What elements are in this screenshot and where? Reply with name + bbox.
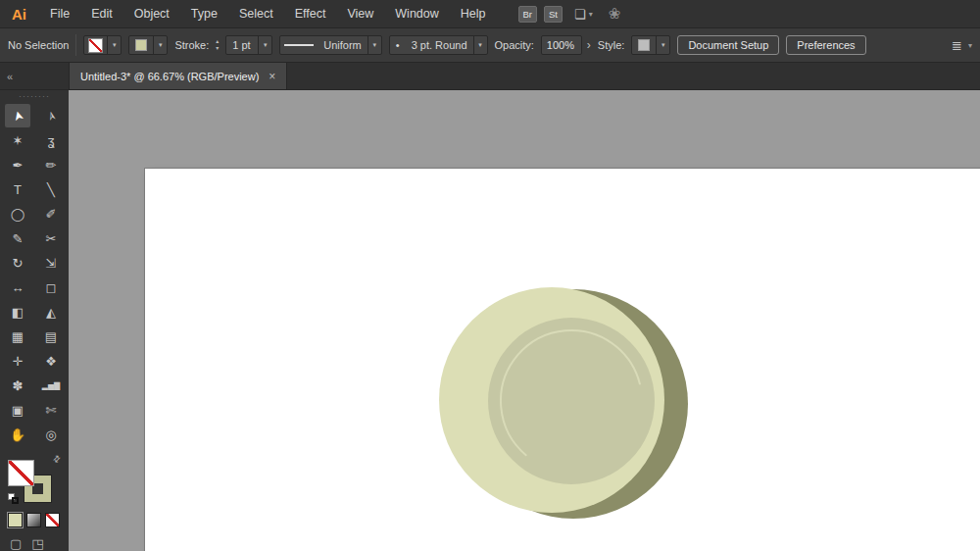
stepper-up-icon[interactable]: ▴ — [216, 38, 219, 45]
brush-definition-dropdown[interactable]: • 3 pt. Round ▾ — [389, 35, 488, 55]
chevron-down-icon[interactable]: ▾ — [656, 36, 669, 54]
chevron-down-icon[interactable]: ▾ — [968, 41, 972, 50]
column-graph-tool[interactable]: ▂▅▇ — [38, 374, 64, 397]
width-tool[interactable]: ↔ — [5, 276, 30, 299]
canvas[interactable] — [69, 90, 980, 551]
align-icon[interactable]: ≣ — [952, 38, 962, 53]
stroke-weight-value[interactable]: 1 pt — [226, 39, 258, 51]
default-fill-stroke-icon[interactable] — [8, 493, 20, 505]
brush-dot-icon: • — [390, 39, 406, 51]
document-tab[interactable]: Untitled-3* @ 66.67% (RGB/Preview) × — [69, 63, 287, 89]
zoom-tool[interactable]: ◎ — [38, 423, 64, 446]
menu-file[interactable]: File — [39, 0, 80, 27]
artboard[interactable] — [145, 169, 980, 551]
chevron-down-icon[interactable]: ▾ — [153, 36, 167, 54]
flower-icon[interactable]: ❀ — [609, 5, 621, 23]
opacity-value[interactable]: 100% — [547, 39, 574, 51]
blend-tool[interactable]: ❖ — [38, 349, 64, 373]
menu-type[interactable]: Type — [180, 0, 228, 27]
menu-object[interactable]: Object — [123, 0, 180, 27]
menu-select[interactable]: Select — [228, 0, 284, 27]
stroke-weight-stepper[interactable]: ▴ ▾ — [216, 38, 219, 52]
workspace-switcher-icon[interactable]: ❏ — [574, 7, 586, 22]
collapse-panel-icon[interactable]: « — [7, 71, 13, 82]
slice-tool-icon: ✄ — [46, 403, 57, 418]
magic-wand-tool[interactable]: ✶ — [5, 128, 30, 152]
perspective-grid-tool[interactable]: ◭ — [38, 300, 64, 324]
draw-behind-mode-icon[interactable]: ◳ — [31, 536, 43, 551]
menu-edit[interactable]: Edit — [80, 0, 123, 27]
tool-panel: ········ ➤➢✶ʓ✒✏T╲◯✐✎✂↻⇲↔◻◧◭▦▤✛❖✽▂▅▇▣✄✋◎ … — [0, 90, 69, 551]
lasso-tool-icon: ʓ — [47, 133, 54, 148]
app-logo: Ai — [0, 6, 39, 23]
color-button[interactable] — [8, 513, 23, 527]
shape-builder-tool[interactable]: ◧ — [5, 300, 30, 324]
swap-fill-stroke-icon[interactable]: ⇄ — [51, 453, 63, 465]
gradient-tool[interactable]: ▤ — [38, 325, 64, 348]
type-tool[interactable]: T — [5, 177, 30, 201]
slice-tool[interactable]: ✄ — [38, 398, 64, 422]
workspace-chevron-icon[interactable]: ▾ — [589, 10, 593, 19]
panel-drag-handle[interactable]: ········ — [19, 92, 50, 101]
menu-window[interactable]: Window — [384, 0, 449, 27]
fill-none-swatch[interactable] — [88, 38, 103, 53]
free-transform-tool[interactable]: ◻ — [38, 276, 64, 299]
bridge-badge-icon[interactable]: Br — [518, 6, 538, 23]
stroke-weight-dropdown[interactable]: 1 pt ▾ — [225, 35, 272, 55]
hand-tool[interactable]: ✋ — [5, 423, 30, 446]
fill-stroke-widget: ⇄ — [8, 454, 63, 505]
paintbrush-tool[interactable]: ✐ — [38, 202, 64, 225]
variable-width-profile-dropdown[interactable]: Uniform ▾ — [279, 35, 382, 55]
align-dropdown[interactable]: ≣ ▾ — [952, 38, 972, 53]
ellipse-tool[interactable]: ◯ — [5, 202, 30, 225]
stepper-down-icon[interactable]: ▾ — [216, 45, 219, 52]
brush-value[interactable]: 3 pt. Round — [406, 39, 473, 51]
gradient-button[interactable] — [26, 513, 41, 527]
document-setup-button[interactable]: Document Setup — [677, 35, 779, 55]
pencil-tool[interactable]: ✎ — [5, 226, 30, 250]
stock-badge-icon[interactable]: St — [544, 6, 563, 23]
chevron-down-icon[interactable]: ▾ — [368, 36, 381, 54]
menu-help[interactable]: Help — [450, 0, 497, 27]
draw-mode-buttons: ▢◳ — [10, 536, 44, 551]
mesh-tool[interactable]: ▦ — [5, 325, 30, 348]
paint-mode-buttons — [8, 513, 60, 527]
menu-view[interactable]: View — [336, 0, 384, 27]
direct-selection-tool[interactable]: ➢ — [38, 104, 64, 127]
chevron-down-icon[interactable]: ▾ — [258, 36, 271, 54]
chevron-down-icon[interactable]: ▾ — [107, 36, 121, 54]
stroke-color-swatch[interactable] — [135, 39, 147, 51]
fill-swatch[interactable] — [8, 460, 34, 486]
artboard-tool[interactable]: ▣ — [5, 398, 30, 422]
rotate-tool-icon: ↻ — [13, 256, 24, 271]
rotate-tool[interactable]: ↻ — [5, 251, 30, 275]
width-profile-value[interactable]: Uniform — [318, 39, 368, 51]
illustrator-window: Ai FileEditObjectTypeSelectEffectViewWin… — [0, 0, 980, 551]
chevron-down-icon[interactable]: ▾ — [473, 36, 487, 54]
none-button[interactable] — [45, 513, 60, 527]
selection-tool[interactable]: ➤ — [5, 104, 30, 127]
document-tab-title[interactable]: Untitled-3* @ 66.67% (RGB/Preview) — [80, 71, 259, 82]
opacity-input[interactable]: 100% — [541, 35, 582, 55]
fill-color-dropdown[interactable]: ▾ — [83, 35, 122, 55]
graphic-style-dropdown[interactable]: ▾ — [631, 35, 670, 55]
preferences-button[interactable]: Preferences — [786, 35, 865, 55]
scissors-tool[interactable]: ✂ — [38, 226, 64, 250]
style-swatch[interactable] — [638, 39, 650, 51]
pen-tool[interactable]: ✒ — [5, 153, 30, 176]
eyedropper-tool[interactable]: ✛ — [5, 349, 30, 373]
line-segment-tool[interactable]: ╲ — [38, 177, 64, 201]
lasso-tool[interactable]: ʓ — [38, 128, 64, 152]
scale-tool[interactable]: ⇲ — [38, 251, 64, 275]
symbol-sprayer-tool[interactable]: ✽ — [5, 374, 30, 397]
opacity-label[interactable]: Opacity: — [495, 39, 534, 51]
chevron-right-icon[interactable]: › — [587, 38, 591, 52]
artboard-tool-icon: ▣ — [12, 403, 24, 418]
stroke-label[interactable]: Stroke: — [174, 39, 209, 51]
stroke-color-dropdown[interactable]: ▾ — [128, 35, 168, 55]
close-icon[interactable]: × — [269, 70, 275, 83]
curvature-tool[interactable]: ✏ — [38, 153, 64, 176]
draw-normal-mode-icon[interactable]: ▢ — [10, 536, 22, 551]
menu-effect[interactable]: Effect — [284, 0, 337, 27]
highlight-arc-stroke — [488, 318, 655, 484]
